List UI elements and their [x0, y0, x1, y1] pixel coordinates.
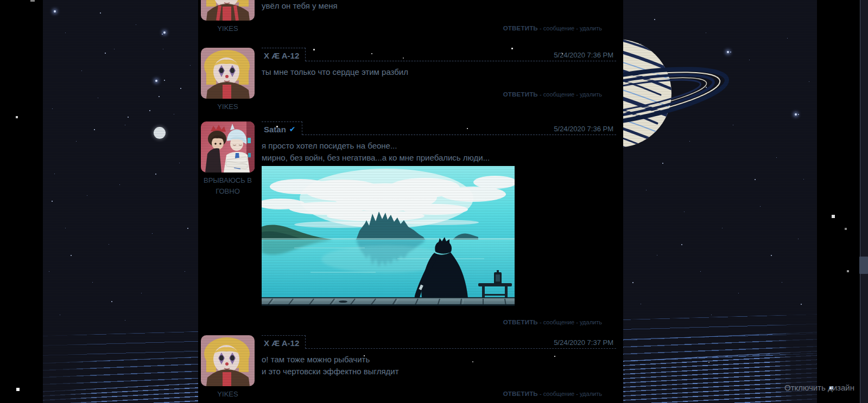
post: YIKES X Æ A-12 5/24/2020 7:36 PM ты мне …: [201, 48, 616, 112]
snow-particle: [276, 126, 278, 127]
post: ВРЫВАЮСЬ В ГОВНО Satan ✔ 5/24/2020 7:36 …: [201, 121, 616, 326]
avatar-x-ae-a12[interactable]: [201, 48, 255, 99]
snow-particle: [467, 128, 468, 129]
clown-avatar-art: [201, 335, 255, 386]
snow-particle: [511, 48, 513, 49]
avatar-caption: YIKES: [201, 389, 255, 400]
post-timestamp: 5/24/2020 7:37 PM: [554, 338, 616, 348]
post: YIKES X Æ A-12 5/24/2020 7:37 PM о! там …: [201, 335, 616, 400]
avatar-x-ae-a12[interactable]: [201, 335, 255, 386]
avatar-caption: YIKES: [201, 23, 255, 34]
post-header: Satan ✔ 5/24/2020 7:36 PM: [262, 121, 616, 135]
username-link[interactable]: X Æ A-12: [264, 338, 299, 348]
post-message: увёл он тебя у меня: [262, 0, 616, 12]
snow-particle: [364, 355, 365, 356]
post-message: я просто хотел посидеть на беоне...: [262, 140, 616, 152]
delete-link[interactable]: удалить: [580, 91, 602, 98]
post-timestamp: 5/24/2020 7:36 PM: [554, 125, 616, 135]
post-actions: ОТВЕТИТЬ - сообщение - удалить: [262, 318, 616, 326]
snow-particle: [403, 57, 404, 59]
reply-link[interactable]: ОТВЕТИТЬ: [503, 91, 538, 98]
glow-star: [163, 31, 166, 34]
snow-particle: [371, 53, 372, 54]
post-actions: ОТВЕТИТЬ - сообщение - удалить: [262, 91, 616, 98]
anime-duo-avatar-art: [201, 121, 255, 172]
avatar-caption: ВРЫВАЮСЬ В ГОВНО: [201, 175, 255, 197]
delete-link[interactable]: удалить: [580, 391, 602, 397]
post-timestamp: 5/24/2020 7:36 PM: [554, 51, 616, 61]
message-link[interactable]: сообщение: [543, 25, 575, 31]
disable-design-link[interactable]: Отключить дизайн: [784, 383, 854, 392]
post-actions: ОТВЕТИТЬ - сообщение - удалить: [262, 24, 616, 32]
reply-link[interactable]: ОТВЕТИТЬ: [503, 319, 538, 325]
snow-particle: [562, 53, 563, 54]
avatar-caption: YIKES: [201, 101, 255, 112]
ffxv-scene-art: [262, 166, 515, 306]
post-message: ты мне только что сердце этим разбил: [262, 66, 616, 78]
reply-link[interactable]: ОТВЕТИТЬ: [503, 25, 538, 31]
snow-particle: [16, 116, 18, 118]
snow-particle: [16, 388, 20, 391]
username-link[interactable]: Satan: [264, 125, 286, 134]
attachment-image-ffxv-dock-scene[interactable]: [262, 166, 515, 306]
message-link[interactable]: сообщение: [543, 391, 575, 397]
post: YIKES X Æ A-12 увёл он тебя у меня ОТВЕТ…: [201, 0, 616, 34]
snow-particle: [554, 356, 555, 357]
moon-icon: [154, 127, 166, 139]
snow-particle: [845, 228, 847, 230]
delete-link[interactable]: удалить: [580, 319, 602, 325]
glow-star: [155, 80, 157, 82]
username-link[interactable]: X Æ A-12: [264, 51, 299, 60]
page-scrollbar[interactable]: [860, 0, 868, 403]
snow-particle: [847, 270, 849, 272]
clown-avatar-art: [201, 48, 255, 99]
message-link[interactable]: сообщение: [543, 91, 575, 98]
avatar-satan[interactable]: [201, 121, 255, 172]
snow-particle: [708, 362, 709, 363]
post-message: и это чертовски эффектно выглядит: [262, 366, 616, 378]
forum-thread-column: YIKES X Æ A-12 увёл он тебя у меня ОТВЕТ…: [198, 0, 623, 403]
snow-particle: [832, 215, 835, 218]
post-actions: ОТВЕТИТЬ - сообщение - удалить: [262, 390, 616, 398]
glow-star: [54, 10, 56, 12]
avatar-x-ae-a12[interactable]: [201, 0, 255, 21]
post-header: X Æ A-12 5/24/2020 7:37 PM: [262, 335, 616, 349]
snow-particle: [313, 49, 315, 50]
scrollbar-thumb[interactable]: [859, 257, 868, 274]
delete-link[interactable]: удалить: [580, 25, 602, 31]
clown-avatar-art: [201, 0, 255, 21]
snow-particle: [30, 0, 35, 2]
post-message: о! там тоже можно рыбачить: [262, 354, 616, 366]
post-message: мирно, без войн, без негатива...а ко мне…: [262, 152, 616, 164]
reply-link[interactable]: ОТВЕТИТЬ: [503, 391, 538, 397]
snow-particle: [472, 361, 473, 362]
glow-star: [795, 113, 797, 116]
message-link[interactable]: сообщение: [543, 319, 575, 325]
verified-check-icon: ✔: [289, 125, 296, 133]
